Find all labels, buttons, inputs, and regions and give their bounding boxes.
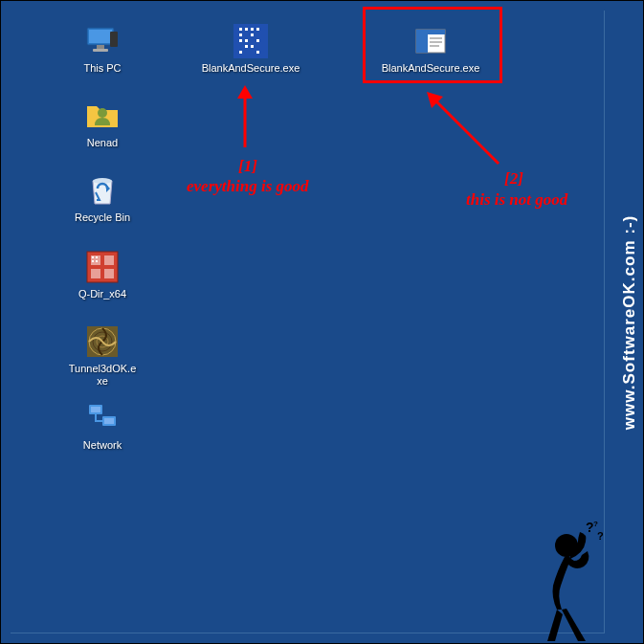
icon-label: This PC [66,62,139,75]
svg-rect-4 [110,32,118,47]
desktop-icon-recycle-bin[interactable]: Recycle Bin [66,171,139,224]
svg-rect-38 [256,51,259,54]
arrow-diagonal-icon [422,87,508,173]
annotation-text-2: this is not good [466,190,567,210]
svg-rect-11 [91,269,100,278]
svg-rect-31 [251,33,254,36]
svg-rect-40 [416,30,445,34]
computer-icon [83,22,122,60]
svg-rect-43 [430,41,442,43]
svg-point-5 [98,108,107,118]
thinker-figure-icon: ? ? ? [509,519,614,643]
annotation-text-1: everything is good [187,177,309,196]
svg-rect-14 [96,256,98,258]
desktop-icon-network[interactable]: Network [66,399,139,452]
svg-rect-41 [416,34,428,53]
svg-rect-30 [239,33,242,36]
svg-rect-27 [245,28,248,31]
svg-rect-24 [104,418,114,424]
svg-rect-23 [91,407,100,412]
recycle-bin-icon [83,171,122,210]
icon-label: Tunnel3dOK.exe [66,363,139,388]
svg-rect-26 [239,28,242,31]
svg-rect-33 [245,39,248,42]
desktop-icon-this-pc[interactable]: This PC [66,22,139,75]
svg-rect-2 [97,45,104,49]
svg-marker-48 [427,92,443,108]
desktop-icon-blanksecure-good[interactable]: BlankAndSecure.exe [198,22,303,75]
generic-exe-icon [411,22,450,60]
user-folder-icon [83,97,122,135]
desktop-icon-tunnel3d[interactable]: Tunnel3dOK.exe [66,322,139,388]
annotation-number-1: [1] [238,157,257,176]
svg-rect-12 [104,269,114,278]
svg-rect-1 [89,30,112,43]
svg-marker-46 [237,85,253,99]
svg-rect-10 [104,255,114,265]
svg-rect-13 [92,256,94,258]
svg-rect-15 [92,260,94,262]
svg-text:?: ? [593,520,598,528]
icon-label: BlankAndSecure.exe [198,62,303,75]
desktop-icon-q-dir[interactable]: Q-Dir_x64 [66,248,139,300]
icon-label: Recycle Bin [66,211,139,224]
svg-rect-35 [245,45,248,48]
svg-rect-36 [251,45,254,48]
annotation-number-2: [2] [504,169,523,189]
icon-label: Q-Dir_x64 [66,288,139,300]
svg-rect-16 [96,260,98,262]
svg-line-47 [433,99,499,164]
desktop-icon-blanksecure-bad[interactable]: BlankAndSecure.exe [378,22,483,75]
svg-rect-3 [93,49,108,52]
arrow-up-icon [231,85,259,152]
svg-rect-32 [239,39,242,42]
svg-rect-42 [430,37,442,39]
tunnel3d-icon [83,322,122,361]
svg-rect-28 [251,28,254,31]
svg-rect-29 [256,28,259,31]
blanksecure-custom-icon [232,22,270,60]
svg-text:?: ? [597,530,604,542]
icon-label: Network [66,439,139,452]
desktop: This PC Nenad Recycle Bin [1,1,643,643]
svg-rect-34 [256,39,259,42]
svg-rect-44 [430,45,439,47]
svg-rect-37 [239,51,242,54]
watermark-text: www.SoftwareOK.com :-) [620,214,639,429]
desktop-icon-user-nenad[interactable]: Nenad [66,97,139,149]
icon-label: BlankAndSecure.exe [378,62,483,75]
icon-label: Nenad [66,137,139,149]
q-dir-icon [83,248,122,286]
network-icon [83,399,122,437]
